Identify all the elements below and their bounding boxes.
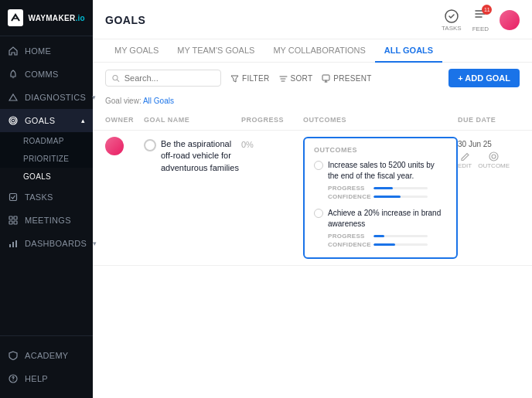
logo-icon — [8, 9, 23, 26]
sort-label: SORT — [291, 74, 313, 83]
sidebar-item-label: MEETINGS — [25, 216, 71, 225]
tab-my-teams-goals[interactable]: MY TEAM'S GOALS — [168, 39, 264, 63]
check-icon — [8, 192, 19, 202]
svg-rect-5 — [14, 216, 17, 219]
grid-icon — [8, 215, 19, 226]
sidebar-item-meetings[interactable]: MEETINGS — [0, 209, 93, 232]
tab-my-collaborations[interactable]: MY COLLABORATIONS — [264, 39, 374, 63]
help-icon — [8, 373, 19, 384]
progress-bar-bg — [373, 187, 428, 189]
svg-rect-9 — [12, 242, 14, 247]
search-box[interactable] — [105, 70, 221, 87]
toolbar-actions: FILTER SORT PRESENT — [230, 74, 372, 83]
filter-icon — [230, 74, 239, 83]
sidebar-item-diagnostics[interactable]: DIAGNOSTICS ▾ — [0, 86, 93, 109]
sidebar-item-label: HELP — [25, 374, 48, 383]
sub-nav-prioritize[interactable]: PRIORITIZE — [0, 150, 93, 168]
filter-button[interactable]: FILTER — [230, 74, 270, 83]
sidebar: WAYMAKER.io HOME COMMS DIAGNOSTICS ▾ — [0, 0, 93, 398]
tab-all-goals[interactable]: ALL GOALS — [375, 39, 442, 63]
due-date-text: 30 Jun 25 — [458, 140, 510, 148]
toolbar: FILTER SORT PRESENT + ADD GOAL — [93, 63, 532, 94]
svg-rect-8 — [9, 244, 11, 247]
sidebar-item-dashboards[interactable]: DASHBOARDS ▾ — [0, 232, 93, 255]
edit-button[interactable]: EDIT — [458, 151, 472, 169]
bar-chart-icon — [8, 238, 19, 249]
sort-button[interactable]: SORT — [279, 74, 313, 83]
table-header: OWNER GOAL NAME PROGRESS OUTCOMES DUE DA… — [93, 110, 532, 131]
outcomes-card: OUTCOMES Increase sales to 5200 units by… — [303, 137, 458, 259]
confidence-metric-label: CONFIDENCE — [328, 193, 370, 200]
feed-header-button[interactable]: 11 FEED — [472, 8, 489, 32]
tasks-header-button[interactable]: TASKS — [442, 9, 462, 32]
sidebar-item-comms[interactable]: COMMS — [0, 63, 93, 86]
tab-my-goals[interactable]: MY GOALS — [105, 39, 168, 63]
search-input[interactable] — [124, 73, 214, 83]
present-button[interactable]: PRESENT — [322, 74, 371, 83]
sidebar-item-label: COMMS — [25, 70, 59, 79]
user-avatar[interactable] — [500, 10, 520, 30]
chevron-down-icon: ▾ — [92, 94, 96, 101]
goals-sub-nav: ROADMAP PRIORITIZE GOALS — [0, 132, 93, 185]
progress-bar-fill — [373, 235, 384, 237]
svg-rect-6 — [9, 221, 12, 224]
sidebar-item-academy[interactable]: ACADEMY — [0, 344, 93, 367]
page-title: GOALS — [105, 14, 145, 26]
sidebar-item-label: DIAGNOSTICS — [25, 93, 86, 102]
metric-row-progress: PROGRESS — [328, 185, 447, 192]
sidebar-item-label: TASKS — [25, 192, 53, 202]
target-icon — [8, 115, 19, 126]
home-icon — [8, 46, 19, 56]
table-container: OWNER GOAL NAME PROGRESS OUTCOMES DUE DA… — [93, 110, 532, 398]
metric-row-confidence: CONFIDENCE — [328, 193, 447, 200]
col-header-progress: PROGRESS — [241, 113, 303, 127]
edit-label: EDIT — [458, 162, 472, 169]
all-goals-link[interactable]: All Goals — [143, 97, 174, 105]
sidebar-item-help[interactable]: HELP — [0, 367, 93, 390]
tasks-icon — [445, 9, 459, 23]
owner-cell — [105, 137, 144, 155]
tasks-label: TASKS — [442, 25, 462, 32]
outcome-checkbox[interactable] — [314, 161, 323, 170]
chevron-down-icon: ▾ — [93, 240, 97, 247]
progress-bar-bg — [373, 235, 428, 237]
shield-icon — [8, 350, 19, 361]
outcome-metrics: PROGRESS CONFIDENCE — [314, 185, 447, 200]
svg-point-17 — [492, 155, 496, 158]
add-goal-button[interactable]: + ADD GOAL — [448, 69, 520, 87]
outcome-label: OUTCOME — [478, 162, 510, 169]
filter-label: FILTER — [242, 74, 270, 83]
sidebar-item-home[interactable]: HOME — [0, 39, 93, 63]
logo-text: WAYMAKER.io — [28, 14, 85, 22]
header: GOALS TASKS 11 FEED — [93, 0, 532, 39]
progress-metric-label: PROGRESS — [328, 233, 370, 240]
svg-rect-3 — [10, 194, 17, 201]
outcome-action-button[interactable]: OUTCOME — [478, 151, 510, 169]
sort-icon — [279, 74, 288, 83]
confidence-bar-bg — [373, 196, 428, 198]
confidence-bar-fill — [373, 243, 395, 246]
svg-rect-15 — [322, 75, 329, 80]
avatar — [105, 137, 124, 155]
chevron-up-icon: ▴ — [81, 117, 85, 124]
outcome-text: Achieve a 20% increase in brand awarenes… — [328, 208, 447, 230]
sidebar-nav: HOME COMMS DIAGNOSTICS ▾ GOALS ▴ RO — [0, 36, 93, 335]
sub-nav-goals[interactable]: GOALS — [0, 168, 93, 185]
triangle-icon — [8, 92, 19, 103]
outcomes-header: OUTCOMES — [314, 146, 447, 154]
confidence-bar-bg — [373, 243, 428, 246]
progress-metric-label: PROGRESS — [328, 185, 370, 192]
outcome-checkbox[interactable] — [314, 209, 323, 218]
col-header-outcomes: OUTCOMES — [303, 113, 458, 127]
svg-rect-4 — [9, 216, 12, 219]
progress-cell: 0% — [241, 137, 303, 149]
sub-nav-roadmap[interactable]: ROADMAP — [0, 132, 93, 150]
sidebar-item-tasks[interactable]: TASKS — [0, 185, 93, 209]
bell-icon — [8, 69, 19, 80]
col-header-owner: OWNER — [105, 113, 144, 127]
outcome-title-row: Achieve a 20% increase in brand awarenes… — [314, 208, 447, 230]
svg-rect-10 — [15, 240, 17, 247]
present-label: PRESENT — [333, 74, 371, 83]
confidence-bar-fill — [373, 196, 401, 198]
sidebar-item-goals[interactable]: GOALS ▴ — [0, 109, 93, 132]
